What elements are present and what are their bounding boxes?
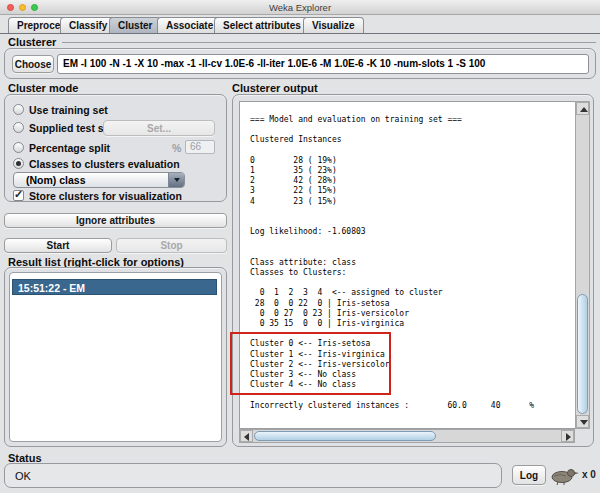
checkbox-checked-icon (13, 190, 24, 201)
clusterer-output-panel: === Model and evaluation on training set… (232, 94, 594, 447)
radio-selected-icon (13, 158, 24, 169)
result-list-item[interactable]: 15:51:22 - EM (12, 279, 217, 295)
radio-icon (13, 122, 24, 133)
result-list-panel: 15:51:22 - EM (4, 267, 227, 447)
radio-icon (13, 104, 24, 115)
weka-counter-label: x 0 (582, 469, 596, 480)
stop-button[interactable]: Stop (116, 238, 227, 253)
choose-button[interactable]: Choose (12, 55, 54, 73)
clusterer-panel: Choose EM -I 100 -N -1 -X 10 -max -1 -ll… (4, 48, 596, 79)
scroll-right-icon[interactable] (561, 430, 574, 442)
titlebar: Weka Explorer (0, 0, 600, 15)
weka-explorer-window: Weka Explorer Preprocess Classify Cluste… (0, 0, 600, 493)
cluster-mode-panel: Use training set Supplied test set Set..… (4, 94, 227, 202)
vertical-scrollbar[interactable] (575, 101, 590, 429)
chevron-down-icon (168, 173, 184, 187)
vertical-scroll-thumb[interactable] (577, 294, 588, 414)
scroll-left-icon[interactable] (240, 430, 253, 442)
horizontal-scrollbar[interactable] (239, 429, 575, 443)
clusterer-section-rule (62, 42, 596, 43)
weka-bird-icon (548, 464, 580, 486)
annotation-highlight-box (230, 332, 391, 395)
set-button[interactable]: Set... (103, 120, 215, 136)
percent-split-field[interactable]: 66 (185, 140, 215, 154)
tab-cluster[interactable]: Cluster (109, 17, 161, 34)
checkbox-store-clusters[interactable]: Store clusters for visualization (5, 190, 226, 203)
tab-classify[interactable]: Classify (60, 17, 116, 34)
dropdown-value: (Nom) class (26, 173, 86, 187)
scroll-up-icon[interactable] (576, 102, 589, 115)
status-value: OK (4, 463, 502, 488)
tab-bar: Preprocess Classify Cluster Associate Se… (0, 16, 600, 34)
radio-percentage-split[interactable]: Percentage split % 66 (5, 142, 226, 155)
class-attribute-dropdown[interactable]: (Nom) class (13, 172, 185, 188)
log-button[interactable]: Log (512, 465, 546, 485)
radio-label: Supplied test set (29, 122, 113, 134)
radio-label: Classes to clusters evaluation (29, 158, 180, 170)
window-title: Weka Explorer (0, 2, 600, 13)
cluster-mode-label: Cluster mode (8, 82, 78, 94)
radio-label: Percentage split (29, 142, 110, 154)
tab-visualize[interactable]: Visualize (303, 17, 364, 34)
start-button[interactable]: Start (4, 238, 112, 253)
tab-associate[interactable]: Associate (157, 17, 222, 34)
percent-sign-label: % (172, 142, 181, 154)
scroll-down-icon[interactable] (576, 415, 589, 428)
horizontal-scroll-thumb[interactable] (254, 431, 436, 441)
checkbox-label: Store clusters for visualization (29, 190, 182, 202)
radio-classes-to-clusters[interactable]: Classes to clusters evaluation (5, 158, 226, 171)
radio-icon (13, 142, 24, 153)
result-list[interactable]: 15:51:22 - EM (9, 272, 222, 442)
tabbar-divider (0, 33, 600, 34)
clusterer-section-label: Clusterer (8, 36, 56, 48)
tab-select-attributes[interactable]: Select attributes (214, 17, 310, 34)
ignore-attributes-button[interactable]: Ignore attributes (4, 213, 227, 228)
radio-supplied-test-set[interactable]: Supplied test set Set... (5, 122, 226, 135)
clusterer-output-label: Clusterer output (232, 82, 318, 94)
clusterer-scheme-field[interactable]: EM -I 100 -N -1 -X 10 -max -1 -ll-cv 1.0… (57, 54, 589, 74)
radio-use-training-set[interactable]: Use training set (5, 104, 226, 117)
radio-label: Use training set (29, 104, 108, 116)
